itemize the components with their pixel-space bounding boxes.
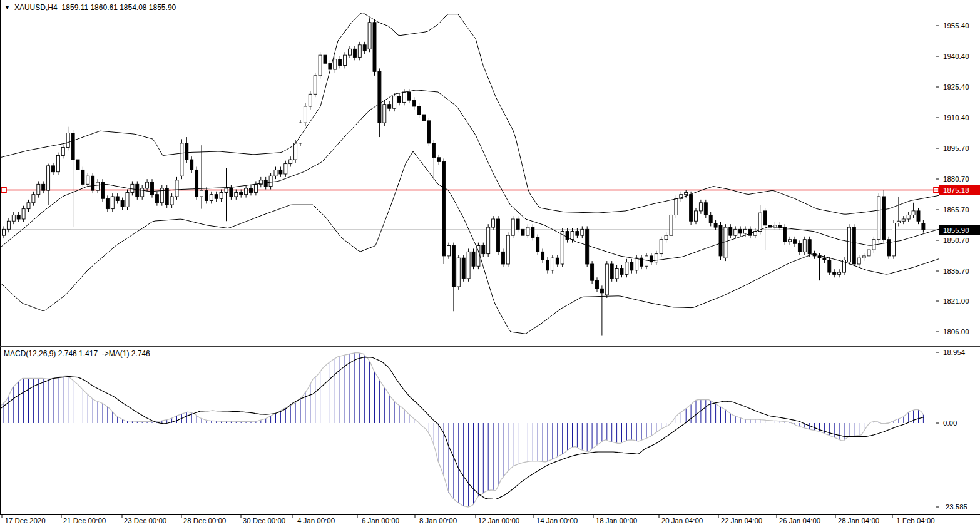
candle-bull: [210, 195, 213, 201]
candle-bear: [501, 252, 504, 264]
candle-bull: [660, 240, 663, 254]
candle-bull: [897, 221, 900, 223]
candle-bull: [32, 195, 35, 203]
candle-bull: [175, 180, 178, 197]
candle-bear: [17, 215, 20, 219]
candle-bull: [457, 258, 460, 287]
time-tick-label: 4 Jan 00:00: [297, 517, 335, 524]
alert-line-handle: [1, 188, 6, 193]
candle-bull: [907, 215, 910, 219]
candle-bear: [739, 229, 742, 233]
candle-bear: [240, 192, 243, 194]
candle-bull: [857, 258, 860, 264]
candle-bear: [116, 197, 119, 201]
candle-bull: [665, 235, 668, 240]
candle-bear: [808, 240, 811, 254]
candle-bear: [52, 166, 55, 172]
candle-bull: [758, 213, 762, 231]
candle-bear: [432, 143, 436, 158]
candle-bull: [635, 258, 638, 270]
chart-canvas[interactable]: [0, 0, 980, 532]
candle-bear: [482, 246, 485, 254]
candle-bull: [877, 197, 880, 240]
candle-bear: [373, 23, 376, 72]
candle-bull: [7, 221, 10, 229]
price-tick-label: 1925.40: [943, 83, 969, 91]
candle-bull: [66, 133, 69, 148]
candle-bull: [47, 166, 50, 190]
candle-bear: [106, 198, 109, 208]
candle-bear: [412, 100, 416, 106]
candle-bull: [141, 188, 144, 197]
candle-bear: [42, 184, 45, 190]
candle-bull: [744, 229, 747, 233]
candle-bull: [561, 232, 564, 264]
candle-bear: [422, 115, 426, 121]
candle-bear: [922, 223, 925, 230]
candle-bull: [319, 55, 322, 76]
candle-bull: [383, 105, 386, 123]
candle-bear: [279, 170, 282, 174]
alert-price-badge: 1875.18: [939, 185, 980, 195]
candle-bull: [393, 96, 396, 109]
macd-histogram: [4, 353, 923, 507]
time-tick-label: 26 Jan 04:00: [779, 517, 821, 524]
candle-bull: [571, 232, 574, 240]
candle-bull: [344, 55, 347, 65]
candle-bull: [847, 227, 850, 262]
candle-bear: [472, 252, 475, 266]
candle-bull: [803, 240, 806, 252]
candle-bull: [551, 258, 554, 270]
time-tick-label: 28 Jan 04:00: [838, 517, 880, 524]
candle-bull: [200, 190, 203, 197]
candle-bear: [704, 203, 707, 215]
candle-bull: [111, 197, 114, 209]
candle-bull: [675, 198, 678, 215]
candle-bear: [427, 121, 431, 143]
candle-bull: [349, 49, 352, 55]
time-tick-label: 12 Jan 00:00: [478, 517, 520, 524]
candle-bull: [170, 197, 173, 205]
candle-bear: [398, 96, 401, 103]
candle-bear: [556, 258, 559, 264]
candle-bear: [596, 280, 599, 289]
time-tick-label: 21 Dec 00:00: [63, 517, 106, 524]
chart-window: ▼XAUUSD,H41859.11 1860.61 1854.08 1855.9…: [0, 0, 980, 532]
candle-bull: [126, 192, 129, 207]
time-tick-label: 14 Jan 00:00: [536, 517, 578, 524]
candle-bear: [339, 59, 342, 66]
candle-bull: [734, 229, 737, 235]
candle-bull: [225, 188, 228, 193]
time-tick-label: 23 Dec 00:00: [124, 517, 166, 524]
candle-bear: [719, 225, 722, 256]
candle-bear: [363, 45, 366, 51]
candle-bull: [447, 246, 451, 256]
candle-bear: [531, 227, 534, 237]
candle-bull: [37, 184, 40, 194]
candle-bear: [121, 201, 124, 207]
candle-bear: [516, 219, 519, 229]
price-tick-label: 1955.40: [943, 22, 969, 29]
bollinger-lower-band: [0, 151, 939, 334]
symbol-dropdown-icon[interactable]: ▼: [4, 4, 10, 11]
candle-bull: [912, 211, 915, 215]
candle-bear: [378, 71, 381, 123]
candle-bear: [71, 133, 74, 160]
candle-bull: [699, 203, 702, 211]
candle-bull: [61, 147, 64, 155]
candle-bull: [492, 219, 495, 227]
candle-bear: [136, 184, 139, 197]
candle-bull: [487, 227, 490, 254]
candle-bull: [655, 254, 658, 262]
candle-bear: [690, 195, 693, 222]
candle-bull: [724, 227, 727, 258]
bollinger-upper-band: [0, 13, 939, 215]
macd-tick-label: 0.00: [943, 419, 957, 427]
price-tick-label: 1910.40: [943, 114, 969, 121]
time-tick-label: 30 Dec 00:00: [243, 517, 285, 524]
candle-bear: [462, 258, 465, 279]
candle-bull: [358, 45, 361, 58]
candle-bull: [131, 184, 134, 192]
macd-signal-line: [0, 357, 924, 499]
candle-bull: [96, 182, 100, 190]
